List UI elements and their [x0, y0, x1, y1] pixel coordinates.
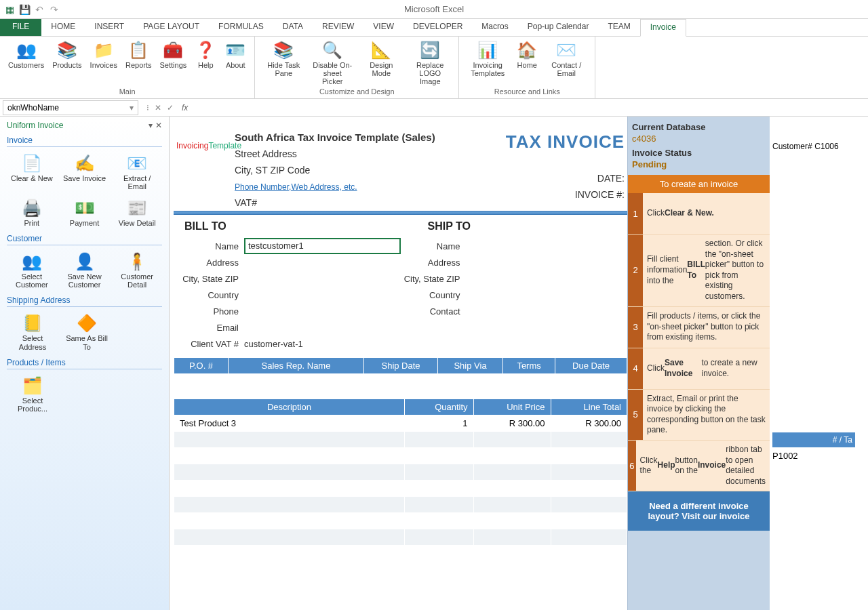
ribbon-settings[interactable]: 🧰Settings: [156, 38, 191, 87]
tab-macros[interactable]: Macros: [472, 19, 517, 36]
btn-same-as-bill[interactable]: 🔶Same As Bill To: [61, 311, 113, 352]
btn-print[interactable]: 🖨️Print: [7, 196, 57, 228]
enter-icon[interactable]: ✓: [167, 103, 174, 113]
customers-icon: 👥: [16, 39, 37, 61]
tab-formulas[interactable]: FORMULAS: [209, 19, 273, 36]
chevron-down-icon[interactable]: ▾: [130, 103, 134, 113]
doc-title: South Africa Tax Invoice Template (Sales…: [235, 131, 489, 143]
btn-select-product[interactable]: 🗂️Select Produc...: [7, 373, 58, 414]
reports-icon: 📋: [127, 39, 149, 61]
ribbon-customers[interactable]: 👥Customers: [4, 38, 48, 87]
tp-section-products: Products / Items: [7, 358, 162, 369]
date-label: DATE:: [489, 173, 625, 184]
tab-view[interactable]: VIEW: [363, 19, 403, 36]
tab-file[interactable]: FILE: [0, 19, 41, 36]
title-bar: ▦ 💾 ↶ ↷ Microsoft Excel: [0, 0, 868, 19]
ribbon-products[interactable]: 📚Products: [48, 38, 85, 87]
db-id: c4036: [632, 134, 766, 144]
step-6: 6Click the Help button on the Invoice ri…: [628, 441, 770, 491]
tab-home[interactable]: HOME: [41, 19, 85, 36]
tab-review[interactable]: REVIEW: [313, 19, 363, 36]
btn-extract-email[interactable]: 📧Extract / Email: [112, 151, 162, 192]
ribbon-replace-logo[interactable]: 🔄Replace LOGO Image: [406, 38, 454, 87]
vat-line: VAT#: [235, 197, 489, 208]
ribbon-about[interactable]: 🪪About: [220, 38, 250, 87]
ribbon-design-mode[interactable]: 📐Design Mode: [357, 38, 406, 87]
order-table[interactable]: P.O. #Sales Rep. NameShip DateShip ViaTe…: [174, 357, 627, 390]
btn-clear-new[interactable]: 📄Clear & New: [7, 151, 57, 192]
task-pane-menu-icon[interactable]: ▾: [149, 121, 153, 130]
contact-link[interactable]: Phone Number,Web Address, etc.: [235, 182, 357, 192]
ribbon-help[interactable]: ❓Help: [191, 38, 220, 87]
btn-view-detail[interactable]: 📰View Detail: [112, 196, 162, 228]
invoices-icon: 📁: [93, 39, 115, 61]
step-4: 4Click Save Invoice to create a new invo…: [628, 348, 770, 390]
formula-bar: oknWhoName▾ ⁝ ✕ ✓ fx: [0, 99, 868, 117]
product-code: P1002: [772, 447, 855, 464]
worksheet[interactable]: InvoicingTemplate South Africa Tax Invoi…: [170, 117, 868, 610]
ribbon-contact-email[interactable]: ✉️Contact / Email: [542, 38, 591, 87]
fx-icon[interactable]: fx: [179, 103, 191, 113]
about-icon: 🪪: [224, 39, 246, 61]
save-icon[interactable]: 💾: [18, 3, 31, 16]
design-icon: 📐: [370, 39, 392, 61]
formula-dropdown-icon[interactable]: ⁝: [146, 103, 149, 113]
invoice-logo: InvoicingTemplate: [176, 122, 235, 150]
tab-popup-calendar[interactable]: Pop-up Calendar: [518, 19, 599, 36]
btn-save-new-customer[interactable]: 👤Save New Customer: [60, 249, 110, 290]
customer-id: C1006: [814, 142, 838, 151]
ribbon-reports[interactable]: 📋Reports: [121, 38, 156, 87]
ribbon-invoices[interactable]: 📁Invoices: [86, 38, 121, 87]
bill-name-input[interactable]: testcustomer1: [244, 238, 401, 254]
btn-payment[interactable]: 💵Payment: [60, 196, 110, 228]
tab-data[interactable]: DATA: [273, 19, 313, 36]
same-as-icon: 🔶: [76, 312, 98, 334]
btn-select-customer[interactable]: 👥Select Customer: [7, 249, 57, 290]
ribbon: 👥Customers 📚Products 📁Invoices 📋Reports …: [0, 37, 868, 99]
undo-icon[interactable]: ↶: [33, 3, 46, 16]
ribbon-disable-picker[interactable]: 🔍Disable On-sheet Picker: [308, 38, 357, 87]
cancel-icon[interactable]: ✕: [155, 103, 161, 113]
address-icon: 📒: [22, 312, 43, 334]
lines-table[interactable]: DescriptionQuantityUnit PriceLine Total …: [174, 399, 627, 546]
tab-team[interactable]: TEAM: [598, 19, 639, 36]
step-1: 1Click Clear & New.: [628, 193, 770, 235]
ribbon-invoicing-templates[interactable]: 📊Invoicing Templates: [463, 38, 512, 87]
excel-icon: ▦: [3, 3, 16, 16]
table-row: Test Product 31R 300.00R 300.00: [174, 415, 627, 432]
ribbon-home[interactable]: 🏠Home: [512, 38, 542, 87]
ribbon-tabs: FILE HOME INSERT PAGE LAYOUT FORMULAS DA…: [0, 19, 868, 37]
bill-to-heading: BILL TO: [179, 220, 401, 232]
email-icon: ✉️: [555, 39, 577, 61]
replace-logo-icon: 🔄: [419, 39, 441, 61]
invoice-number-label: INVOICE #:: [489, 189, 625, 200]
app-title: Microsoft Excel: [404, 4, 464, 14]
tab-page-layout[interactable]: PAGE LAYOUT: [134, 19, 209, 36]
ribbon-group-main: Main: [119, 87, 136, 97]
ribbon-hide-task-pane[interactable]: 📚Hide Task Pane: [259, 38, 308, 87]
cta-banner[interactable]: Need a different invoice layout? Visit o…: [628, 491, 770, 531]
tab-insert[interactable]: INSERT: [85, 19, 134, 36]
name-box[interactable]: oknWhoName▾: [3, 100, 138, 115]
product-icon: 🗂️: [22, 375, 43, 396]
btn-customer-detail[interactable]: 🧍Customer Detail: [112, 249, 162, 290]
invoice-status-label: Invoice Status: [632, 148, 766, 158]
redo-icon[interactable]: ↷: [47, 3, 61, 16]
ribbon-group-design: Customize and Design: [319, 87, 395, 97]
btn-save-invoice[interactable]: ✍️Save Invoice: [60, 151, 110, 192]
products-icon: 📚: [56, 39, 78, 61]
client-vat-input[interactable]: customer-vat-1: [244, 339, 401, 349]
btn-select-address[interactable]: 📒Select Address: [7, 311, 58, 352]
divider: [174, 211, 627, 215]
tab-developer[interactable]: DEVELOPER: [403, 19, 472, 36]
templates-icon: 📊: [477, 39, 498, 61]
tp-section-shipping: Shipping Address: [7, 296, 162, 307]
close-icon[interactable]: ✕: [155, 121, 162, 130]
far-right-panel: Customer# C1006 # / Ta P1002: [770, 117, 858, 610]
customer-detail-icon: 🧍: [126, 251, 148, 272]
task-pane: Uniform Invoice ▾✕ Invoice 📄Clear & New …: [0, 117, 170, 610]
tab-invoice[interactable]: Invoice: [640, 19, 686, 37]
tp-section-invoice: Invoice: [7, 136, 162, 147]
step-3: 3Fill products / items, or click the "on…: [628, 307, 770, 348]
tax-invoice-heading: TAX INVOICE: [489, 131, 625, 152]
